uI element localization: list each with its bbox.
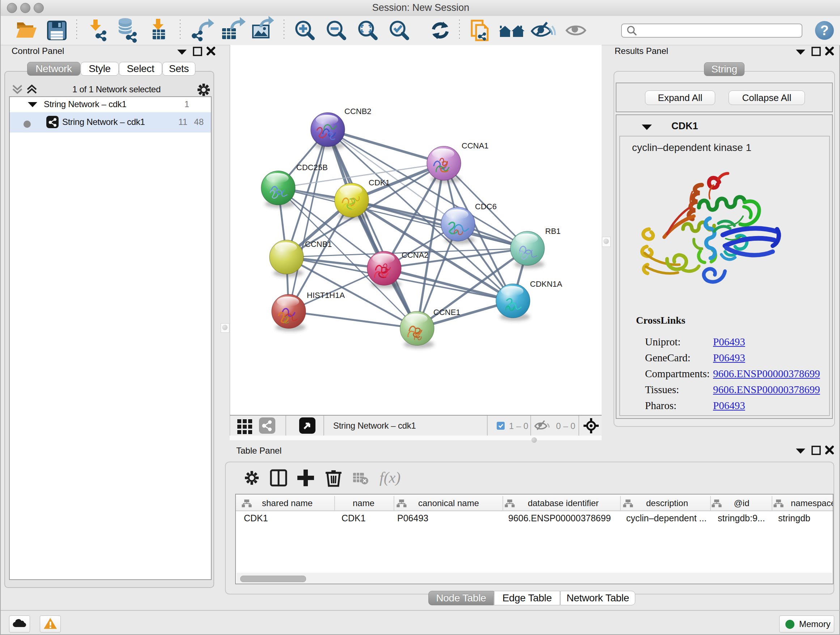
svg-text:namespace: namespace <box>791 498 833 508</box>
svg-text:CCNA2: CCNA2 <box>401 250 429 260</box>
svg-text:CDC6: CDC6 <box>475 202 497 211</box>
svg-text:HIST1H1A: HIST1H1A <box>307 291 345 300</box>
svg-text:description: description <box>646 498 688 508</box>
svg-text:@id: @id <box>734 498 749 508</box>
svg-text:shared name: shared name <box>262 498 313 508</box>
svg-text:database identifier: database identifier <box>528 498 599 508</box>
svg-text:name: name <box>353 498 374 508</box>
svg-text:CCNE1: CCNE1 <box>433 308 461 317</box>
svg-text:canonical name: canonical name <box>418 498 479 508</box>
svg-text:RB1: RB1 <box>545 226 561 236</box>
svg-text:CCNB1: CCNB1 <box>305 240 332 249</box>
svg-text:CDC25B: CDC25B <box>296 163 328 172</box>
svg-text:CCNA1: CCNA1 <box>462 141 489 150</box>
svg-text:CCNB2: CCNB2 <box>344 107 371 116</box>
svg-text:CDKN1A: CDKN1A <box>530 279 562 288</box>
svg-text:f(x): f(x) <box>379 469 401 486</box>
svg-text:CDK1: CDK1 <box>369 178 390 187</box>
